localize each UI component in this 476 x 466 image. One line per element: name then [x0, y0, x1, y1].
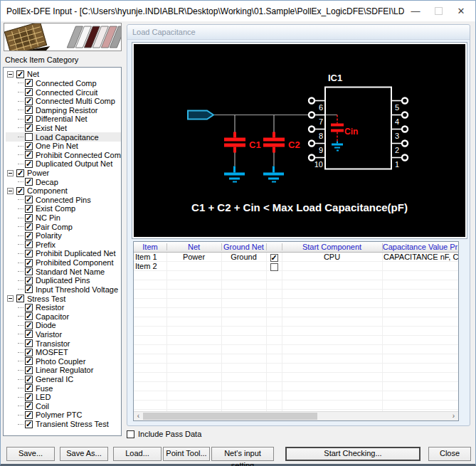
tree-item-transient-stress-test[interactable]: Transient Stress Test	[6, 420, 121, 429]
tree-item-checkbox[interactable]	[16, 169, 24, 177]
tree-item-led[interactable]: LED	[6, 393, 121, 402]
tree-item-checkbox[interactable]	[25, 349, 33, 356]
tree-item-connected-comp[interactable]: Connected Comp	[6, 79, 121, 88]
cell-net[interactable]	[166, 262, 221, 271]
tree-item-power[interactable]: Power	[6, 169, 121, 178]
tree-item-coil[interactable]: Coil	[6, 402, 121, 411]
collapse-icon[interactable]	[7, 71, 14, 78]
tree-item-resistor[interactable]: Resistor	[6, 303, 121, 312]
tree-item-checkbox[interactable]	[25, 366, 33, 374]
close-window-button[interactable]: ✕	[450, 1, 472, 21]
tree-item-checkbox[interactable]	[25, 420, 33, 428]
tree-item-nc-pin[interactable]: NC Pin	[6, 213, 121, 223]
tree-item-prohibit-connected-comp[interactable]: Prohibit Connected Comp	[6, 150, 121, 159]
minimize-button[interactable]: —	[404, 1, 427, 21]
column-header-item[interactable]: Item	[134, 242, 166, 252]
point-tool-button[interactable]: Point Tool...	[163, 447, 210, 461]
tree-item-checkbox[interactable]	[25, 223, 33, 231]
tree-item-fuse[interactable]: Fuse	[6, 383, 121, 393]
check-item-tree[interactable]: NetConnected CompConnected CircuitConnec…	[3, 67, 122, 436]
tree-item-one-pin-net[interactable]: One Pin Net	[6, 142, 121, 151]
tree-item-checkbox[interactable]	[25, 277, 33, 285]
tree-item-load-capacitance[interactable]: Load Capacitance	[6, 132, 121, 142]
tree-item-connected-multi-comp[interactable]: Connected Multi Comp	[6, 97, 121, 106]
table-hscrollbar[interactable]: ‹ ›	[134, 411, 458, 420]
include-pass-data[interactable]: Include Pass Data	[127, 430, 201, 438]
cell-ground_net[interactable]: Ground	[221, 253, 266, 262]
tree-item-connected-circuit[interactable]: Connected Circuit	[6, 88, 121, 97]
tree-item-checkbox[interactable]	[25, 384, 33, 392]
table-row[interactable]: Item 1PowerGroundCPUCAPACITANCE nF, Capa	[134, 253, 458, 262]
table-body[interactable]: Item 1PowerGroundCPUCAPACITANCE nF, Capa…	[134, 253, 458, 411]
tree-item-component[interactable]: Component	[6, 186, 121, 196]
scrollbar-thumb[interactable]	[143, 413, 317, 420]
tree-item-stress-test[interactable]: Stress Test	[6, 294, 121, 303]
tree-item-decap[interactable]: Decap	[6, 177, 121, 186]
tree-item-checkbox[interactable]	[25, 250, 33, 258]
tree-item-diode[interactable]: Diode	[6, 321, 121, 330]
collapse-icon[interactable]	[7, 188, 14, 194]
tree-item-checkbox[interactable]	[25, 339, 33, 347]
table-row[interactable]: Item 2	[134, 262, 458, 271]
tree-item-checkbox[interactable]	[25, 232, 33, 240]
tree-item-checkbox[interactable]	[25, 402, 33, 410]
tree-item-prefix[interactable]: Prefix	[6, 240, 121, 250]
nets-input-setting-button[interactable]: Net's input setting	[211, 447, 274, 461]
tree-item-capacitor[interactable]: Capacitor	[6, 312, 121, 321]
tree-item-photo-coupler[interactable]: Photo Coupler	[6, 357, 121, 366]
column-header-capacitance-value-pr[interactable]: Capacitance Value Pr	[382, 242, 458, 252]
tree-item-transistor[interactable]: Transistor	[6, 339, 121, 348]
tree-item-connected-pins[interactable]: Connected Pins	[6, 196, 121, 205]
tree-item-prohibit-duplicated-net[interactable]: Prohibit Duplicated Net	[6, 249, 121, 258]
tree-item-pair-comp[interactable]: Pair Comp	[6, 222, 121, 231]
items-table[interactable]: ItemNetGround NetStart ComponentCapacita…	[133, 241, 459, 421]
cell-item[interactable]: Item 1	[134, 253, 166, 262]
save-as-button[interactable]: Save As...	[60, 447, 108, 461]
tree-item-prohibited-component[interactable]: Prohibited Component	[6, 258, 121, 268]
tree-item-checkbox[interactable]	[25, 214, 33, 222]
cell-start_component[interactable]: CPU	[282, 253, 382, 262]
tree-item-checkbox[interactable]	[25, 259, 33, 267]
tree-item-checkbox[interactable]	[25, 97, 33, 105]
column-header-check[interactable]	[266, 242, 282, 252]
cell-start_component[interactable]	[282, 262, 382, 271]
tree-item-net[interactable]: Net	[6, 70, 121, 79]
tree-item-exist-comp[interactable]: Exist Comp	[6, 204, 121, 213]
tree-item-differential-net[interactable]: Differential Net	[6, 115, 121, 124]
tree-item-checkbox[interactable]	[25, 393, 33, 401]
tree-item-polarity[interactable]: Polarity	[6, 231, 121, 240]
tree-item-checkbox[interactable]	[25, 178, 33, 186]
tree-item-damping-resistor[interactable]: Damping Resistor	[6, 105, 121, 115]
tree-item-checkbox[interactable]	[25, 196, 33, 203]
row-checkbox[interactable]	[270, 263, 278, 271]
tree-item-checkbox[interactable]	[25, 205, 33, 213]
tree-item-general-ic[interactable]: General IC	[6, 375, 121, 384]
tree-item-checkbox[interactable]	[25, 160, 33, 168]
collapse-icon[interactable]	[7, 295, 14, 302]
tree-item-checkbox[interactable]	[25, 376, 33, 383]
scroll-right-icon[interactable]: ›	[449, 412, 458, 420]
maximize-button[interactable]	[427, 1, 450, 21]
tree-item-checkbox[interactable]	[16, 70, 24, 78]
tree-item-polymer-ptc[interactable]: Polymer PTC	[6, 411, 121, 420]
table-header[interactable]: ItemNetGround NetStart ComponentCapacita…	[134, 242, 458, 253]
tree-item-checkbox[interactable]	[25, 79, 33, 87]
tree-item-checkbox[interactable]	[25, 151, 33, 159]
cell-capacitance_value[interactable]: CAPACITANCE nF, Capa	[382, 253, 458, 262]
tree-item-checkbox[interactable]	[25, 330, 33, 338]
tree-item-checkbox[interactable]	[25, 133, 33, 141]
save-button[interactable]: Save...	[6, 447, 55, 461]
tree-item-checkbox[interactable]	[25, 304, 33, 312]
cell-item[interactable]: Item 2	[134, 262, 166, 271]
tree-item-checkbox[interactable]	[25, 115, 33, 123]
tree-item-linear-regulator[interactable]: Linear Regulator	[6, 366, 121, 375]
start-checking-button[interactable]: Start Checking...	[285, 447, 421, 461]
cell-checked[interactable]	[266, 253, 282, 262]
tree-item-duplicated-output-net[interactable]: Duplicated Output Net	[6, 159, 121, 169]
tree-item-duplicated-pins[interactable]: Duplicated Pins	[6, 276, 121, 285]
row-checkbox[interactable]	[270, 254, 278, 262]
cell-ground_net[interactable]	[221, 262, 266, 271]
cell-net[interactable]: Power	[166, 253, 221, 262]
tree-item-checkbox[interactable]	[25, 240, 33, 248]
include-pass-data-checkbox[interactable]	[127, 430, 134, 438]
